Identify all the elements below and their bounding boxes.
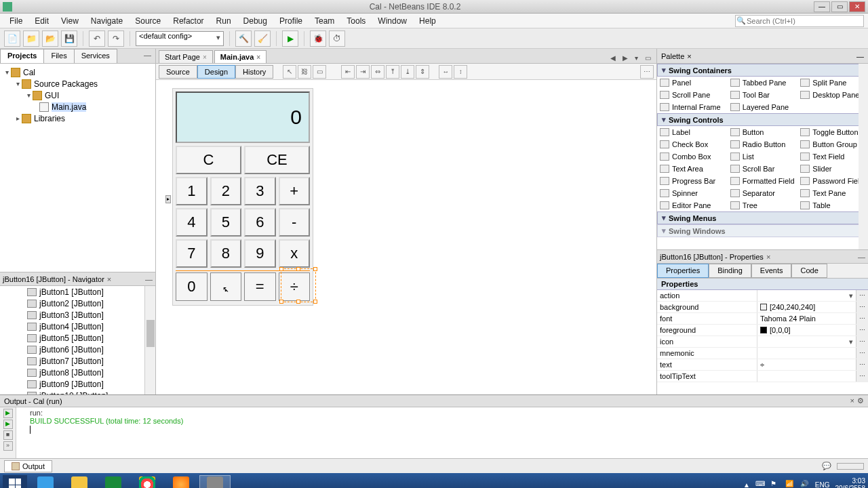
calc-display[interactable]: 0 — [176, 92, 310, 143]
output-settings-icon[interactable]: ⚙ — [857, 396, 864, 405]
palette-item[interactable]: Progress Bar — [657, 175, 728, 187]
tray-keyboard-icon[interactable]: ⌨ — [755, 480, 765, 488]
palette-item[interactable]: Text Field — [797, 150, 868, 163]
tab-prev-icon[interactable]: ◀ — [608, 53, 618, 63]
menu-run[interactable]: Run — [211, 15, 237, 27]
property-edit-button[interactable]: … — [856, 325, 868, 336]
property-row[interactable]: background[240,240,240]… — [657, 302, 868, 313]
props-tab-binding[interactable]: Binding — [709, 264, 751, 278]
property-edit-button[interactable]: … — [856, 302, 868, 312]
palette-item[interactable]: Toggle Button — [797, 126, 868, 138]
project-tree[interactable]: ▾Cal ▾Source Packages ▾GUI Main.java ▸Li… — [0, 64, 155, 272]
taskbar-app[interactable] — [165, 475, 197, 488]
calc-btn-0[interactable]: 0 — [176, 272, 208, 301]
palette-group-controls[interactable]: Swing Controls — [657, 113, 868, 126]
view-source-tab[interactable]: Source — [159, 65, 197, 79]
connection-mode-icon[interactable]: ⛓ — [298, 65, 311, 79]
palette-area[interactable]: Swing Containers PanelTabbed PaneSplit P… — [657, 64, 868, 249]
build-button[interactable]: 🔨 — [235, 30, 252, 47]
properties-close-icon[interactable]: × — [766, 253, 770, 261]
clean-build-button[interactable]: 🧹 — [254, 30, 271, 47]
palette-item[interactable]: Panel — [657, 77, 728, 89]
menu-view[interactable]: View — [56, 15, 84, 27]
palette-item[interactable]: Combo Box — [657, 150, 728, 163]
props-tab-code[interactable]: Code — [791, 264, 827, 278]
align-center-v-icon[interactable]: ⇕ — [416, 65, 429, 79]
tray-up-icon[interactable]: ▲ — [743, 481, 750, 489]
tray-lang[interactable]: ENG — [815, 481, 830, 489]
navigator-close-icon[interactable]: × — [107, 275, 111, 283]
taskbar-netbeans[interactable] — [199, 475, 231, 488]
property-edit-button[interactable]: … — [856, 371, 868, 382]
calc-btn-plus[interactable]: + — [279, 177, 311, 205]
menu-edit[interactable]: Edit — [29, 15, 54, 27]
output-console[interactable]: run: BUILD SUCCESSFUL (total time: 12 se… — [16, 407, 868, 458]
close-icon[interactable]: × — [256, 54, 260, 61]
more-icon[interactable]: » — [3, 441, 13, 451]
calc-btn-multiply[interactable]: x — [279, 239, 311, 268]
new-file-button[interactable]: 📄 — [4, 30, 20, 47]
calc-btn-minus[interactable]: - — [279, 208, 311, 237]
menu-source[interactable]: Source — [130, 15, 166, 27]
rerun2-icon[interactable]: ▶ — [3, 420, 13, 429]
output-close-icon[interactable]: × — [850, 396, 854, 405]
menu-file[interactable]: File — [4, 15, 28, 27]
menu-tools[interactable]: Tools — [341, 15, 371, 27]
calc-btn-divide[interactable]: ÷ — [279, 272, 311, 301]
calc-btn-7[interactable]: 7 — [176, 239, 208, 268]
quick-search[interactable]: 🔍 — [735, 15, 864, 27]
navigator-item[interactable]: jButton10 [JButton] — [0, 390, 155, 394]
property-row[interactable]: mnemonic… — [657, 348, 868, 359]
palette-item[interactable]: Split Pane — [797, 77, 868, 89]
menu-help[interactable]: Help — [414, 15, 441, 27]
tray-clock[interactable]: 3:03 20/6/2558 — [835, 477, 866, 488]
navigator-item[interactable]: jButton6 [JButton] — [0, 344, 155, 355]
palette-item[interactable]: Internal Frame — [657, 101, 728, 113]
palette-item[interactable]: List — [728, 150, 798, 163]
start-button[interactable] — [3, 475, 27, 488]
tree-file-main[interactable]: Main.java — [52, 102, 86, 112]
notifications-icon[interactable]: 💬 — [822, 462, 831, 470]
tree-libraries[interactable]: Libraries — [34, 114, 65, 123]
calc-btn-2[interactable]: 2 — [210, 177, 242, 205]
menu-refactor[interactable]: Refactor — [167, 15, 209, 27]
calc-btn-4[interactable]: 4 — [176, 208, 208, 237]
tray-network-icon[interactable]: 📶 — [785, 480, 795, 488]
align-right-icon[interactable]: ⇥ — [356, 65, 370, 79]
gui-designer-canvas[interactable]: ▸ 0 C CE 1 2 3 + 4 5 6 - — [156, 80, 656, 394]
palette-item[interactable]: Check Box — [657, 138, 728, 150]
palette-item[interactable]: Label — [657, 126, 728, 138]
palette-item[interactable]: Spinner — [657, 187, 728, 199]
property-row[interactable]: foreground[0,0,0]… — [657, 325, 868, 336]
navigator-item[interactable]: jButton4 [JButton] — [0, 321, 155, 332]
property-edit-button[interactable]: … — [856, 290, 868, 301]
open-project-button[interactable]: 📂 — [42, 30, 58, 47]
taskbar-ie[interactable] — [30, 475, 61, 488]
calc-btn-8[interactable]: 8 — [210, 239, 242, 268]
palette-item[interactable]: Editor Pane — [657, 199, 728, 211]
calc-btn-5[interactable]: 5 — [210, 208, 242, 237]
calc-btn-3[interactable]: 3 — [244, 177, 276, 205]
navigator-minimize-button[interactable]: — — [145, 275, 153, 283]
close-button[interactable]: ✕ — [849, 1, 865, 12]
palette-item[interactable]: Tabbed Pane — [728, 77, 798, 89]
stop-icon[interactable]: ■ — [3, 430, 13, 440]
navigator-item[interactable]: jButton8 [JButton] — [0, 367, 155, 378]
selection-mode-icon[interactable]: ↖ — [283, 65, 296, 79]
save-all-button[interactable]: 💾 — [61, 30, 77, 47]
palette-item[interactable]: Text Area — [657, 163, 728, 175]
menu-debug[interactable]: Debug — [238, 15, 273, 27]
properties-minimize-button[interactable]: — — [858, 253, 865, 261]
preview-icon[interactable]: ▭ — [313, 65, 326, 79]
property-edit-button[interactable]: … — [856, 359, 868, 370]
palette-item[interactable]: Button — [728, 126, 798, 138]
output-window-tab[interactable]: Output — [4, 460, 52, 472]
search-input[interactable] — [747, 17, 863, 25]
props-tab-events[interactable]: Events — [751, 264, 792, 278]
tab-services[interactable]: Services — [74, 49, 117, 63]
calc-btn-equals[interactable]: = — [244, 272, 276, 301]
tray-volume-icon[interactable]: 🔊 — [800, 480, 810, 488]
calc-btn-9[interactable]: 9 — [244, 239, 276, 268]
navigator-list[interactable]: jButton1 [JButton] jButton2 [JButton] jB… — [0, 286, 155, 394]
tab-projects[interactable]: Projects — [0, 49, 44, 63]
